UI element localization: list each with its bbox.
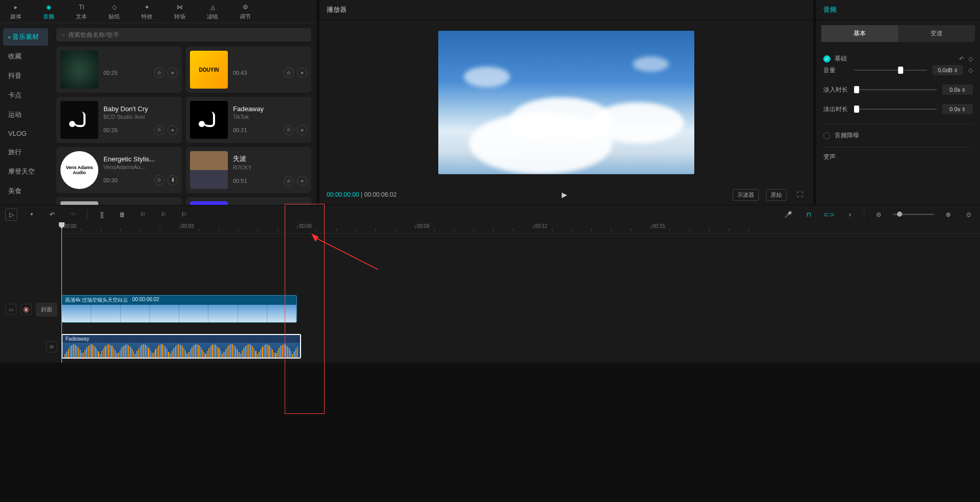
music-card[interactable]: BOOM Boom Boom CHYL ☆ + [186,197,311,205]
ruler-tick: 00:15 [650,223,665,229]
nav-item-audio[interactable]: ◉音频 [40,1,57,22]
play-button[interactable]: ▶ [404,191,726,199]
category-item[interactable]: VLOG [3,126,48,141]
volume-value[interactable]: 0.0dB [932,65,963,75]
volume-keyframe-icon[interactable]: ◇ [968,67,973,74]
music-duration: 00:25 [103,70,151,76]
search-box[interactable]: ○ [56,28,311,41]
nav-label: 特效 [141,13,153,20]
timecode: 00:00:00:00 | 00:00:06:02 [327,191,397,198]
fullscreen-icon[interactable]: ⛶ [794,189,806,201]
music-card[interactable]: Baby Don't Cry BCD Studio 9ver 00:26 ☆ + [56,97,182,143]
music-card[interactable]: 00:25 ☆ + [56,47,182,93]
mic-icon[interactable]: 🎤 [782,208,794,221]
music-title: 失波 [233,154,307,163]
nav-item-effect[interactable]: ✦特效 [138,1,156,22]
align-icon[interactable]: ⫞ [843,208,856,221]
track-toggle-icon[interactable]: ▭ [5,304,16,315]
text-icon: TI [77,3,86,12]
track-settings-icon[interactable]: ⟳ [46,341,57,352]
nav-item-text[interactable]: TI文本 [73,1,90,22]
noise-reduction-checkbox[interactable] [823,132,830,139]
split-tool[interactable]: ]​[ [96,208,108,221]
music-thumb [60,101,98,139]
fadein-value[interactable]: 0.0s [942,85,973,95]
flag-tool-2[interactable]: ⚐ [157,208,169,221]
favorite-icon[interactable]: ☆ [154,175,164,185]
category-item[interactable]: 旅行 [3,143,48,161]
music-card[interactable]: DOUYIN 00:43 ☆ + [186,47,311,93]
nav-item-filter[interactable]: ◬滤镜 [204,1,221,22]
category-item[interactable]: 抖音 [3,67,48,85]
basic-checkbox[interactable] [823,55,830,62]
search-input[interactable] [68,31,306,38]
undo-button[interactable]: ↶ [46,208,58,221]
fadein-slider[interactable] [854,89,937,90]
link-icon[interactable]: ⊂⊃ [823,208,835,221]
audio-icon: ◉ [44,3,53,12]
voice-change-label: 变声 [823,153,973,161]
category-item[interactable]: 美食 [3,182,48,200]
redo-button[interactable]: ↷ [67,208,79,221]
music-thumb [60,201,98,205]
music-grid: 00:25 ☆ + DOUYIN 00:43 ☆ + Baby Don't Cr… [56,47,311,205]
ruler-tick: 00:09 [415,223,430,229]
music-card[interactable]: 失波 R7CKY 00:51 ☆ + [186,147,311,193]
nav-item-transition[interactable]: ⋈转场 [171,1,188,22]
category-item[interactable]: 卡点 [3,87,48,104]
video-clip[interactable]: 高清4k 过场空镜头天空白云 00:00:06:02 [61,295,297,323]
category-item[interactable]: 音乐素材 [3,28,48,46]
category-item[interactable]: 运动 [3,106,48,123]
category-item[interactable]: 摩登天空 [3,163,48,180]
zoom-slider[interactable] [893,214,934,215]
select-dropdown[interactable]: ▼ [26,208,38,221]
audio-clip[interactable]: Fadeaway [61,334,301,359]
favorite-icon[interactable]: ☆ [284,176,294,186]
original-button[interactable]: 原始 [766,189,786,201]
oscilloscope-button[interactable]: 示波器 [733,189,759,201]
nav-label: 贴纸 [109,13,120,20]
favorite-icon[interactable]: ☆ [154,68,164,78]
zoom-in-icon[interactable]: ⊕ [942,208,954,221]
keyframe-icon[interactable]: ◇ [968,55,973,62]
download-icon[interactable]: ⬇ [167,175,178,185]
delete-tool[interactable]: 🗑 [116,208,129,221]
add-icon[interactable]: + [167,125,178,135]
favorite-icon[interactable]: ☆ [284,68,294,78]
fadeout-value[interactable]: 0.0s [942,104,973,114]
magnet-icon[interactable]: ⊓ [802,208,815,221]
add-icon[interactable]: + [297,125,307,135]
zoom-out-icon[interactable]: ⊖ [872,208,885,221]
add-icon[interactable]: + [297,68,307,78]
nav-item-media[interactable]: ▸媒体 [7,1,25,22]
undo-icon[interactable]: ↶ [959,55,964,62]
nav-item-sticker[interactable]: ◇贴纸 [105,1,123,22]
music-artist: BCD Studio 9ver [103,114,178,120]
nav-item-adjust[interactable]: ⚙调节 [237,1,254,22]
volume-slider[interactable] [854,70,927,71]
music-card[interactable]: Vens Adams Audio Energetic Stylis... Ven… [56,147,182,193]
category-item[interactable]: 收藏 [3,48,48,65]
fit-icon[interactable]: ⊙ [963,208,975,221]
add-icon[interactable]: + [167,68,178,78]
nav-label: 音频 [43,13,54,20]
audio-tab[interactable]: 变速 [898,25,975,42]
flag-tool-3[interactable]: ⚐ [178,208,190,221]
volume-label: 音量 [823,66,849,75]
favorite-icon[interactable]: ☆ [284,125,294,135]
audio-tab[interactable]: 基本 [821,25,898,42]
flag-tool-1[interactable]: ⚐ [137,208,149,221]
music-card[interactable]: Fadeaway TikTok 00:21 ☆ + [186,97,311,143]
playhead[interactable] [61,223,62,363]
music-card[interactable]: You Are My Ev... Jiaye ☆ + [56,197,182,205]
add-icon[interactable]: + [297,176,307,186]
track-mute-icon[interactable]: 🔇 [20,304,32,315]
ruler[interactable]: 00:0000:0300:0600:0900:1200:15 [61,223,980,234]
music-title: Fadeaway [233,105,307,113]
ruler-tick: 00:12 [532,223,547,229]
favorite-icon[interactable]: ☆ [154,125,164,135]
fadeout-slider[interactable] [854,109,937,110]
cover-button[interactable]: 封面 [36,303,57,317]
select-tool[interactable]: ▷ [5,208,17,221]
ruler-tick: 00:03 [179,223,194,229]
